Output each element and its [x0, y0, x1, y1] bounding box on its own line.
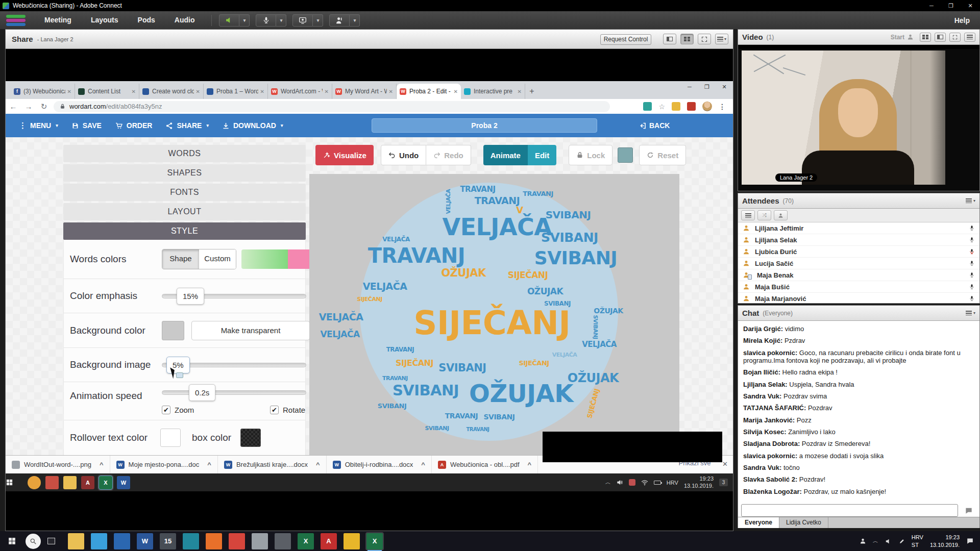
- video-fullscreen-icon[interactable]: [949, 33, 961, 42]
- attendee-mic-muted-icon[interactable]: [969, 248, 975, 255]
- browser-menu-icon[interactable]: ⋮: [719, 103, 726, 111]
- chat-send-icon[interactable]: [961, 504, 976, 517]
- attendee-row[interactable]: Maja Benak: [738, 269, 979, 281]
- app-blue-taskbar-icon[interactable]: [114, 533, 130, 549]
- redo-button[interactable]: Redo: [426, 145, 471, 165]
- app-grey-taskbar-icon[interactable]: [252, 533, 268, 549]
- password-key-icon[interactable]: [672, 102, 680, 111]
- window-close-button[interactable]: ✕: [961, 0, 980, 11]
- download-chevron-icon[interactable]: ^: [316, 461, 320, 468]
- wordart-back-button[interactable]: BACK: [639, 114, 670, 137]
- video-grid-icon[interactable]: [920, 33, 931, 42]
- background-image-slider[interactable]: 5%: [162, 363, 306, 367]
- browser-tab[interactable]: WProba 2 - Edit - W✕: [397, 84, 461, 99]
- request-control-button[interactable]: Request Control: [600, 34, 651, 45]
- download-chevron-icon[interactable]: ^: [100, 461, 104, 468]
- animation-speed-value[interactable]: 0.2s: [189, 384, 215, 401]
- tab-fonts[interactable]: FONTS: [63, 184, 306, 201]
- make-transparent-button[interactable]: Make transparent: [191, 321, 310, 340]
- chrome-shared-taskbar-icon[interactable]: [28, 476, 41, 489]
- tab-close-icon[interactable]: ✕: [389, 89, 393, 94]
- raise-hand-button[interactable]: [329, 14, 350, 27]
- shared-taskbar-language[interactable]: HRV: [667, 480, 678, 486]
- download-item[interactable]: WMoje mjesto-pona....doc^: [110, 456, 218, 473]
- chat-tab-private[interactable]: Lidija Cvetko: [779, 517, 828, 528]
- color-emphasis-slider[interactable]: 15%: [162, 294, 306, 298]
- rotate-checkbox-box[interactable]: ✔: [270, 406, 279, 414]
- photos-shared-taskbar-icon[interactable]: [45, 476, 59, 489]
- menu-layouts[interactable]: Layouts: [81, 11, 128, 29]
- tab-close-icon[interactable]: ✕: [454, 89, 458, 94]
- attendee-mic-icon[interactable]: [969, 272, 975, 278]
- excel-active-taskbar-icon[interactable]: X: [366, 533, 383, 549]
- speaker-dropdown[interactable]: ▾: [239, 14, 250, 27]
- shape-toggle-button[interactable]: Shape: [162, 249, 199, 269]
- shared-notification-badge[interactable]: 3: [719, 479, 728, 486]
- video-pod-menu-icon[interactable]: [964, 33, 975, 42]
- edit-button[interactable]: Edit: [528, 145, 556, 165]
- edge-taskbar-icon[interactable]: [91, 533, 107, 549]
- task-view-button[interactable]: [41, 538, 61, 544]
- url-input[interactable]: wordart.com/edit/ab084fa3y5nz: [54, 101, 610, 112]
- wordart-save-button[interactable]: SAVE: [71, 121, 102, 130]
- browser-restore-button[interactable]: ❐: [698, 81, 716, 92]
- tray-people-icon[interactable]: [860, 538, 866, 544]
- firefox-taskbar-icon[interactable]: [206, 533, 222, 549]
- window-restore-button[interactable]: ❐: [941, 0, 961, 11]
- attendee-row[interactable]: Ljiljana Jeftimir: [738, 222, 979, 234]
- menu-meeting[interactable]: Meeting: [35, 11, 81, 29]
- download-chevron-icon[interactable]: ^: [528, 461, 532, 468]
- zoom-checkbox[interactable]: ✔ Zoom: [162, 406, 194, 414]
- attendee-mic-icon[interactable]: [969, 295, 975, 302]
- attendee-breakout-icon[interactable]: ⤮: [757, 210, 771, 220]
- download-item[interactable]: WObitelj-i-rodbina....docx^: [327, 456, 432, 473]
- project-title-field[interactable]: Proba 2: [372, 118, 597, 133]
- browser-minimize-button[interactable]: ─: [681, 81, 698, 92]
- start-button[interactable]: [0, 537, 23, 545]
- wordart-share-button[interactable]: SHARE▾: [165, 121, 209, 130]
- pod-options-icon[interactable]: ▾: [715, 34, 728, 44]
- webcam-dropdown[interactable]: ▾: [313, 14, 323, 27]
- color-emphasis-value[interactable]: 15%: [177, 288, 204, 305]
- download-item[interactable]: WordItOut-word-....png^: [6, 456, 110, 473]
- taskbar-language[interactable]: HRV ST: [912, 534, 923, 548]
- tab-close-icon[interactable]: ✕: [260, 89, 264, 94]
- download-chevron-icon[interactable]: ^: [421, 461, 425, 468]
- browser-tab[interactable]: Create word cloud✕: [139, 84, 204, 99]
- shared-tray-network-icon[interactable]: [641, 479, 648, 486]
- reload-icon[interactable]: ↻: [36, 102, 52, 111]
- chat-input[interactable]: [741, 504, 958, 517]
- new-tab-button[interactable]: +: [525, 85, 538, 98]
- raise-hand-dropdown[interactable]: ▾: [350, 14, 360, 27]
- tab-shapes[interactable]: SHAPES: [63, 164, 306, 182]
- video-filmstrip-icon[interactable]: [935, 33, 946, 42]
- tray-mute-icon[interactable]: [885, 538, 892, 545]
- browser-tab[interactable]: WMy Word Art - W✕: [332, 84, 397, 99]
- custom-toggle-button[interactable]: Custom: [199, 249, 236, 269]
- word-taskbar-icon[interactable]: W: [137, 533, 153, 549]
- fullscreen-icon[interactable]: [698, 34, 711, 44]
- app-dark-taskbar-icon[interactable]: [275, 533, 291, 549]
- attendee-row[interactable]: Maja Bušić: [738, 281, 979, 293]
- app-teal-taskbar-icon[interactable]: [183, 533, 199, 549]
- browser-tab[interactable]: f(3) Webučionica✕: [11, 84, 75, 99]
- speaker-button[interactable]: [219, 14, 239, 27]
- lock-button[interactable]: Lock: [569, 145, 612, 165]
- wordart-download-button[interactable]: DOWNLOAD▾: [222, 121, 283, 130]
- chat-tab-everyone[interactable]: Everyone: [738, 517, 779, 528]
- excel-taskbar-icon[interactable]: X: [298, 533, 314, 549]
- attendee-row[interactable]: Maja Marjanović: [738, 293, 979, 303]
- shared-tray-app-icon[interactable]: [629, 479, 635, 486]
- tab-close-icon[interactable]: ✕: [196, 89, 200, 94]
- attendee-row[interactable]: Lucija Sačić: [738, 258, 979, 269]
- acrobat-taskbar-icon[interactable]: A: [321, 533, 337, 549]
- attendee-row[interactable]: Ljiljana Selak: [738, 234, 979, 246]
- bookmark-star-icon[interactable]: ☆: [658, 103, 665, 111]
- reset-button[interactable]: Reset: [639, 145, 686, 165]
- menu-pods[interactable]: Pods: [128, 11, 165, 29]
- animate-button[interactable]: Animate: [483, 145, 528, 165]
- menu-audio[interactable]: Audio: [165, 11, 205, 29]
- acrobat-shared-taskbar-icon[interactable]: A: [81, 476, 94, 489]
- shared-taskbar-clock[interactable]: 19:23 13.10.2019.: [684, 475, 714, 490]
- download-item[interactable]: WBrežuljkasti kraje....docx^: [218, 456, 327, 473]
